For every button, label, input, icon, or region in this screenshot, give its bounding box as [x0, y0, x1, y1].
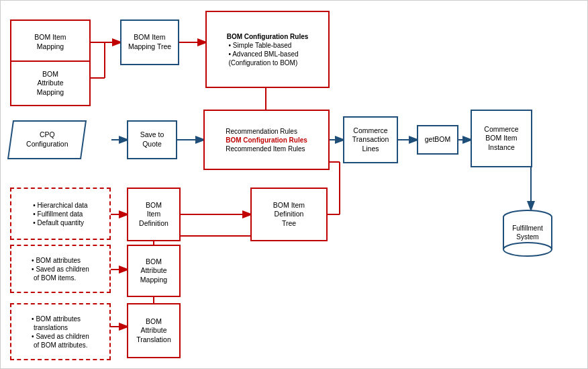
bom-attrs-saved-label: • BOM attributes • Saved as children of … [32, 256, 89, 282]
hier-data-box: • Hierarchical data • Fulfillment data •… [10, 188, 111, 240]
bom-item-def-label: BOMItemDefinition [139, 201, 168, 229]
bom-item-mapping-tree-label: BOM ItemMapping Tree [128, 33, 171, 51]
save-to-quote-label: Save toQuote [140, 130, 164, 149]
get-bom-label: getBOM [425, 135, 451, 145]
cpq-config-box: CPQConfiguration [7, 120, 87, 159]
commerce-transaction-label: CommerceTransactionLines [352, 126, 389, 154]
commerce-transaction-box: CommerceTransactionLines [343, 116, 398, 163]
bom-item-def-tree-label: BOM ItemDefinitionTree [273, 201, 305, 229]
bom-item-mapping-label: BOM ItemMapping [34, 33, 66, 51]
bom-attr-mapping-top-box: BOMAttributeMapping [10, 60, 91, 106]
cpq-config-label: CPQConfiguration [26, 130, 68, 149]
bom-attrs-trans-label: • BOM attributes translations • Saved as… [32, 315, 89, 350]
bom-config-rules-label: BOM Configuration Rules • Simple Table-b… [227, 32, 309, 67]
rec-rules-label: Recommendation Rules BOM Configuration R… [226, 127, 307, 153]
get-bom-box: getBOM [417, 125, 458, 155]
bom-attrs-saved-box: • BOM attributes • Saved as children of … [10, 245, 111, 293]
svg-point-27 [503, 243, 552, 256]
bom-attr-mapping-top-label: BOMAttributeMapping [37, 70, 64, 97]
commerce-bom-instance-label: CommerceBOM ItemInstance [484, 125, 518, 153]
diagram: BOM ItemMapping BOMAttributeMapping BOM … [0, 0, 588, 369]
bom-item-mapping-box: BOM ItemMapping [10, 19, 91, 65]
fulfillment-system-label: FulfillmentSystem [512, 224, 543, 241]
commerce-bom-instance-box: CommerceBOM ItemInstance [471, 110, 532, 167]
fulfillment-system-box: FulfillmentSystem [501, 209, 554, 257]
bom-config-rules-box: BOM Configuration Rules • Simple Table-b… [205, 11, 330, 88]
bom-attrs-trans-box: • BOM attributes translations • Saved as… [10, 303, 111, 360]
save-to-quote-box: Save toQuote [127, 120, 177, 159]
bom-attr-translation-label: BOMAttributeTranslation [136, 317, 171, 345]
bom-attr-translation-box: BOMAttributeTranslation [127, 303, 181, 358]
bom-item-mapping-tree-box: BOM ItemMapping Tree [120, 19, 179, 65]
bom-item-def-tree-box: BOM ItemDefinitionTree [250, 188, 328, 241]
bom-attr-mapping-bot-label: BOMAttributeMapping [140, 257, 167, 285]
bom-item-def-box: BOMItemDefinition [127, 188, 181, 241]
rec-rules-box: Recommendation Rules BOM Configuration R… [203, 110, 330, 170]
hier-data-label: • Hierarchical data • Fulfillment data •… [33, 201, 87, 227]
bom-attr-mapping-bot-box: BOMAttributeMapping [127, 245, 181, 297]
